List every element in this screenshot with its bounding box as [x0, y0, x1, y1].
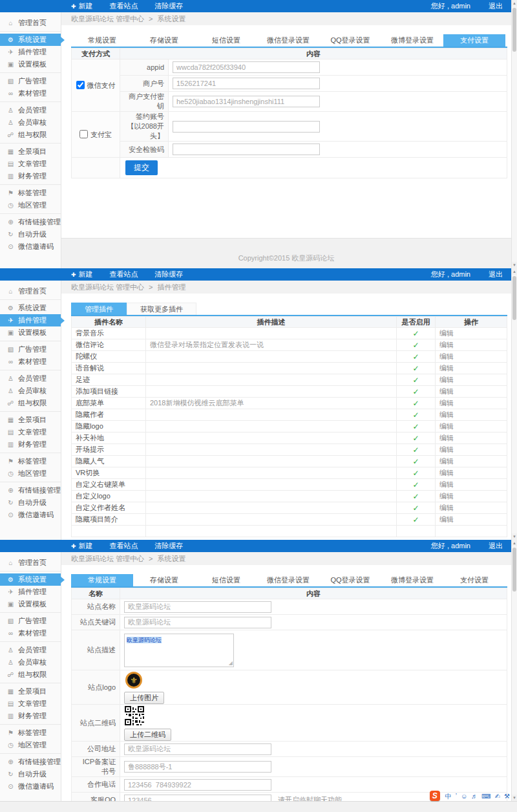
sidebar-item-tag-management[interactable]: ⚑标签管理 — [0, 727, 61, 739]
sidebar-item-group-permission[interactable]: ☍组与权限 — [0, 129, 61, 141]
sidebar-item-plugin-management[interactable]: ✈插件管理 — [0, 586, 61, 598]
sidebar-item-region-management[interactable]: ◷地区管理 — [0, 739, 61, 751]
sidebar-item-region-management[interactable]: ◷地区管理 — [0, 199, 61, 211]
sidebar-item-finance-management[interactable]: ▥财务管理 — [0, 710, 61, 722]
wechat-pay-field-input[interactable] — [173, 61, 320, 73]
site-desc-textarea[interactable]: 欧皇源码论坛◢ — [124, 634, 234, 667]
upload-qrcode-button[interactable]: 上传二维码 — [124, 729, 171, 741]
sidebar-item-tag-management[interactable]: ⚑标签管理 — [0, 455, 61, 467]
sidebar-item-system-settings[interactable]: ⚙系统设置 — [0, 302, 61, 314]
tab-3[interactable]: 微信登录设置 — [257, 574, 319, 586]
sidebar-item-friend-link-management[interactable]: ⊕有情链接管理 — [0, 484, 61, 497]
logout-button[interactable]: 退出 — [485, 268, 507, 281]
resize-grip-icon[interactable]: ◢ — [229, 660, 233, 666]
sidebar-item-home[interactable]: ⌂管理首页 — [0, 285, 61, 297]
site-name-input[interactable] — [124, 601, 271, 613]
clear-cache-button[interactable]: 清除缓存 — [147, 0, 192, 12]
sidebar-item-plugin-management[interactable]: ✈插件管理 — [0, 46, 61, 58]
sogou-logo-icon[interactable]: S — [430, 791, 440, 801]
new-button[interactable]: ✚新建 — [63, 268, 101, 281]
scroll-thumb[interactable] — [512, 548, 516, 592]
ime-toolbar[interactable]: S 中’☺♬⌨✍⚒ — [430, 790, 512, 801]
edit-link[interactable]: 编辑 — [439, 504, 454, 511]
sidebar-item-home[interactable]: ⌂管理首页 — [0, 17, 61, 29]
new-button[interactable]: ✚新建 — [63, 540, 101, 552]
sidebar-item-pano-project[interactable]: ▦全景项目 — [0, 685, 61, 698]
edit-link[interactable]: 编辑 — [439, 399, 454, 407]
clear-cache-button[interactable]: 清除缓存 — [147, 268, 192, 281]
sidebar-item-finance-management[interactable]: ▥财务管理 — [0, 438, 61, 451]
edit-link[interactable]: 编辑 — [439, 492, 454, 500]
logout-button[interactable]: 退出 — [485, 540, 507, 552]
company-address-input[interactable] — [124, 743, 271, 755]
handwriting-icon[interactable]: ✍ — [495, 793, 500, 800]
scroll-thumb[interactable] — [512, 8, 516, 52]
tab-1[interactable]: 获取更多插件 — [127, 303, 196, 315]
edit-link[interactable]: 编辑 — [439, 445, 454, 453]
submit-button[interactable]: 提交 — [125, 160, 158, 175]
edit-link[interactable]: 编辑 — [439, 352, 454, 360]
view-site-button[interactable]: 查看站点 — [101, 268, 147, 281]
tab-1[interactable]: 存储设置 — [133, 574, 195, 586]
edit-link[interactable]: 编辑 — [439, 376, 454, 383]
sidebar-item-member-management[interactable]: ♙会员管理 — [0, 104, 61, 116]
tab-0[interactable]: 常规设置 — [71, 34, 133, 47]
view-site-button[interactable]: 查看站点 — [101, 0, 147, 12]
edit-link[interactable]: 编辑 — [439, 469, 454, 476]
sidebar-item-member-audit[interactable]: ♙会员审核 — [0, 656, 61, 668]
tab-2[interactable]: 短信设置 — [195, 574, 257, 586]
sidebar-item-pano-project[interactable]: ▦全景项目 — [0, 145, 61, 158]
soft-keyboard-icon[interactable]: ⌨ — [481, 793, 491, 800]
sidebar-item-region-management[interactable]: ◷地区管理 — [0, 467, 61, 480]
edit-link[interactable]: 编辑 — [439, 341, 454, 348]
sidebar-item-ad-management[interactable]: ▧广告管理 — [0, 75, 61, 87]
scroll-up-icon[interactable]: ▲ — [512, 0, 517, 6]
sidebar-item-auto-upgrade[interactable]: ↻自动升级 — [0, 497, 61, 509]
sidebar-item-ad-management[interactable]: ▧广告管理 — [0, 615, 61, 627]
tab-4[interactable]: QQ登录设置 — [319, 34, 381, 47]
logout-button[interactable]: 退出 — [485, 0, 507, 12]
sidebar-item-article-management[interactable]: ▤文章管理 — [0, 426, 61, 438]
mic-icon[interactable]: ♬ — [471, 793, 478, 800]
tab-6[interactable]: 支付设置 — [443, 34, 505, 47]
sidebar-item-finance-management[interactable]: ▥财务管理 — [0, 170, 61, 182]
sidebar-item-material-management[interactable]: ∞素材管理 — [0, 356, 61, 368]
edit-link[interactable]: 编辑 — [439, 515, 454, 523]
qq-input[interactable] — [124, 795, 271, 802]
scroll-down-icon[interactable]: ▼ — [512, 262, 517, 268]
new-button[interactable]: ✚新建 — [63, 0, 101, 12]
sidebar-item-system-settings[interactable]: ⚙系统设置 — [0, 573, 61, 586]
sidebar-item-member-audit[interactable]: ♙会员审核 — [0, 385, 61, 397]
scrollbar[interactable]: ▲▼ — [511, 268, 517, 540]
site-keywords-input[interactable] — [124, 617, 271, 628]
tab-6[interactable]: 支付设置 — [443, 574, 505, 586]
wechat-pay-field-input[interactable] — [173, 78, 320, 89]
tab-3[interactable]: 微信登录设置 — [257, 34, 319, 47]
edit-link[interactable]: 编辑 — [439, 457, 454, 465]
scroll-down-icon[interactable]: ▼ — [512, 795, 517, 801]
sidebar-item-group-permission[interactable]: ☍组与权限 — [0, 668, 61, 681]
tab-0[interactable]: 管理插件 — [71, 303, 127, 315]
view-site-button[interactable]: 查看站点 — [101, 540, 147, 552]
sidebar-item-template-settings[interactable]: ▣设置模板 — [0, 598, 61, 610]
upload-image-button[interactable]: 上传图片 — [124, 692, 164, 704]
clear-cache-button[interactable]: 清除缓存 — [147, 540, 192, 552]
sidebar-item-wechat-invite-code[interactable]: ⊙微信邀请码 — [0, 240, 61, 253]
sidebar-item-member-audit[interactable]: ♙会员审核 — [0, 116, 61, 129]
sidebar-item-material-management[interactable]: ∞素材管理 — [0, 87, 61, 100]
alipay-checkbox[interactable] — [79, 130, 88, 138]
edit-link[interactable]: 编辑 — [439, 387, 454, 395]
scroll-down-icon[interactable]: ▼ — [512, 533, 517, 540]
edit-link[interactable]: 编辑 — [439, 422, 454, 430]
sidebar-item-friend-link-management[interactable]: ⊕有情链接管理 — [0, 756, 61, 768]
tab-5[interactable]: 微博登录设置 — [381, 34, 443, 47]
sidebar-item-member-management[interactable]: ♙会员管理 — [0, 372, 61, 385]
sidebar-item-friend-link-management[interactable]: ⊕有情链接管理 — [0, 216, 61, 228]
sidebar-item-system-settings[interactable]: ⚙系统设置 — [0, 34, 61, 46]
sidebar-item-wechat-invite-code[interactable]: ⊙微信邀请码 — [0, 509, 61, 521]
sidebar-item-material-management[interactable]: ∞素材管理 — [0, 627, 61, 639]
sidebar-item-article-management[interactable]: ▤文章管理 — [0, 158, 61, 170]
sidebar-item-group-permission[interactable]: ☍组与权限 — [0, 397, 61, 409]
tab-5[interactable]: 微博登录设置 — [381, 574, 443, 586]
chinese-mode-icon[interactable]: 中 — [445, 793, 452, 800]
